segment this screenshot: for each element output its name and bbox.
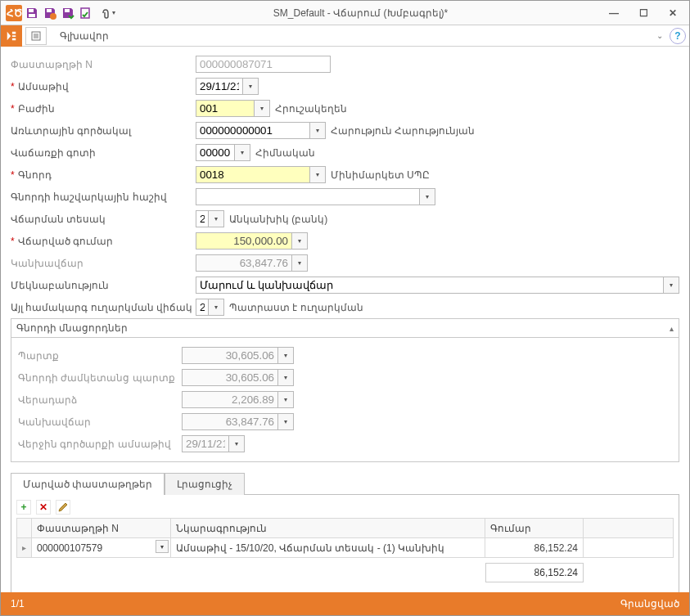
help-icon[interactable]: ? — [670, 28, 686, 44]
cell-amt[interactable]: 86,152.24 — [485, 538, 584, 558]
titlebar: ՀԾ ▾ SM_Default - Վճարում (Խմբագրել)* — … — [1, 1, 689, 25]
buyer-input[interactable] — [196, 166, 310, 183]
paid-dd-icon[interactable]: ▾ — [292, 232, 308, 250]
advance-input — [196, 254, 292, 272]
return-dd-icon: ▾ — [278, 391, 294, 408]
section-input[interactable] — [196, 100, 255, 117]
svg-point-3 — [50, 13, 56, 20]
col-doc[interactable]: Փաստաթղթի N — [32, 519, 171, 538]
validate-icon[interactable] — [78, 5, 94, 21]
otherroute-dd-icon[interactable]: ▾ — [209, 299, 224, 316]
col-empty — [584, 519, 674, 538]
add-row-button[interactable]: + — [16, 500, 31, 515]
doc-no-label: Փաստաթղթի N — [11, 59, 196, 70]
debt-label: Պարտք — [18, 350, 182, 362]
comment-dd-icon[interactable]: ▾ — [664, 277, 679, 294]
cell-empty — [584, 538, 674, 558]
col-desc[interactable]: Նկարագրություն — [171, 519, 485, 538]
col-amt[interactable]: Գումար — [485, 519, 584, 538]
delete-row-button[interactable]: ✕ — [36, 500, 51, 515]
menu-more-icon[interactable]: ⌄ — [656, 31, 663, 40]
attach-icon[interactable]: ▾ — [96, 5, 119, 21]
buyer-acct-label: Գնորդի հաշվարկային հաշիվ — [11, 191, 196, 203]
paytype-input[interactable] — [196, 210, 209, 227]
section-dd-icon[interactable]: ▾ — [255, 100, 270, 117]
save-close-icon[interactable] — [60, 5, 76, 21]
menu-home-icon[interactable] — [1, 25, 22, 47]
advance-dd-icon: ▾ — [292, 254, 308, 272]
salepoint-desc: Հիմնական — [255, 147, 315, 159]
debt-input — [182, 347, 278, 364]
svg-rect-1 — [29, 14, 35, 17]
section-desc: Հրուշակեղեն — [275, 103, 347, 115]
total-amount: 86,152.24 — [485, 563, 584, 582]
date-label: Ամսաթիվ — [11, 81, 196, 92]
adv-label: Կանխավճար — [18, 416, 182, 428]
otherroute-label: Այլ համակարգ ուղարկման վիճակ — [11, 302, 196, 313]
agent-label: Առևտրային գործակալ — [11, 125, 196, 137]
menu-main[interactable]: Գլխավոր — [47, 30, 122, 42]
debt-dd-icon: ▾ — [278, 347, 294, 364]
buyer-acct-input[interactable] — [196, 188, 420, 205]
agent-input[interactable] — [196, 122, 310, 139]
return-label: Վերադարձ — [18, 394, 182, 406]
svg-rect-2 — [47, 9, 52, 12]
menubar: Գլխավոր ⌄ ? — [1, 25, 689, 47]
salepoint-dd-icon[interactable]: ▾ — [235, 144, 250, 161]
buyer-acct-dd-icon[interactable]: ▾ — [420, 188, 435, 205]
salepoint-label: Վաճառքի գոտի — [11, 147, 196, 159]
date-input[interactable] — [196, 78, 243, 95]
cell-desc[interactable]: Ամսաթիվ - 15/10/20, Վճարման տեսակ - (1) … — [171, 538, 485, 558]
app-icon[interactable]: ՀԾ — [6, 5, 22, 21]
debt-section-title: Գնորդի մնացորդներ — [16, 322, 128, 334]
tab-additional[interactable]: Լրացուցիչ — [165, 473, 245, 495]
paytype-desc: Անկանխիկ (բանկ) — [229, 214, 327, 225]
adv-dd-icon: ▾ — [278, 413, 294, 430]
section-label: Բաժին — [11, 103, 196, 115]
maximize-button[interactable]: ☐ — [632, 5, 655, 21]
minimize-button[interactable]: — — [602, 5, 625, 21]
cell-doc[interactable]: 000000107579 ▾ — [32, 538, 171, 558]
otherroute-desc: Պատրաստ է ուղարկման — [229, 302, 363, 313]
menu-list-icon[interactable] — [25, 27, 47, 45]
agent-desc: Հարություն Հարությունյան — [331, 125, 475, 137]
lastop-label: Վերջին գործարքի ամսաթիվ — [18, 438, 182, 450]
tab-paid-docs[interactable]: Մարված փաստաթղթեր — [11, 473, 165, 495]
comment-input[interactable] — [196, 277, 664, 294]
cell-doc-dd-icon[interactable]: ▾ — [156, 540, 169, 553]
close-button[interactable]: ✕ — [661, 5, 684, 21]
agent-dd-icon[interactable]: ▾ — [310, 122, 326, 139]
return-input — [182, 391, 278, 408]
row-marker[interactable]: ▸ — [17, 538, 32, 558]
paid-input[interactable] — [196, 232, 292, 250]
buyer-label: Գնորդ — [11, 169, 196, 181]
save-new-icon[interactable] — [42, 5, 58, 21]
paytype-dd-icon[interactable]: ▾ — [209, 210, 224, 227]
save-icon[interactable] — [24, 5, 40, 21]
otherroute-input[interactable] — [196, 299, 209, 316]
debt-section-body: Պարտք ▾ Գնորդի ժամկետանց պարտք ▾ Վերադար… — [11, 337, 679, 462]
salepoint-input[interactable] — [196, 144, 235, 161]
overdue-label: Գնորդի ժամկետանց պարտք — [18, 372, 182, 384]
statusbar: 1/1 Գրանցված — [1, 592, 689, 615]
paytype-label: Վճարման տեսակ — [11, 214, 196, 225]
collapse-icon[interactable]: ▴ — [670, 324, 674, 333]
svg-rect-0 — [29, 9, 34, 12]
date-picker-icon[interactable]: ▾ — [243, 78, 259, 95]
status-state: Գրանցված — [620, 598, 679, 609]
advance-label: Կանխավճար — [11, 258, 196, 269]
buyer-desc: Մինիմարկետ ՍՊԸ — [331, 169, 430, 181]
overdue-dd-icon: ▾ — [278, 369, 294, 386]
edit-row-button[interactable] — [56, 500, 70, 515]
svg-rect-4 — [65, 9, 70, 12]
lastop-dd-icon: ▾ — [229, 435, 245, 452]
doc-no-input — [196, 56, 331, 73]
buyer-dd-icon[interactable]: ▾ — [310, 166, 326, 183]
overdue-input — [182, 369, 278, 386]
row-selector-header — [17, 519, 32, 538]
tab-body: + ✕ Փաստաթղթի N Նկարագրություն Գումար — [11, 494, 679, 592]
status-position: 1/1 — [11, 598, 25, 609]
lastop-input — [182, 435, 229, 452]
table-row[interactable]: ▸ 000000107579 ▾ Ամսաթիվ - 15/10/20, Վճա… — [17, 538, 674, 558]
debt-section-header[interactable]: Գնորդի մնացորդներ ▴ — [11, 318, 679, 337]
